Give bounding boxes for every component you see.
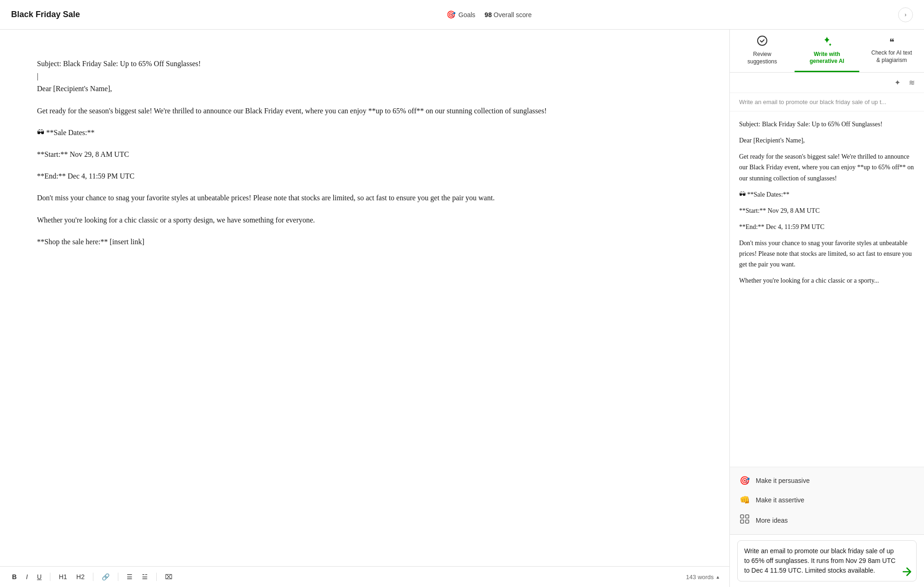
word-count-icon: ▲ [716,575,720,580]
h2-button[interactable]: H2 [73,571,87,582]
goals-icon: 🎯 [447,10,456,19]
ai-input-wrapper: Write an email to promote our black frid… [737,540,917,581]
plagiarism-icon: ❝ [889,37,894,48]
h1-button[interactable]: H1 [56,571,70,582]
editor-toolbar: B I U H1 H2 🔗 ☰ ☱ ⌧ 143 words ▲ [0,566,729,587]
unordered-list-button[interactable]: ☱ [139,571,151,582]
ai-generated-text: Subject: Black Friday Sale: Up to 65% Of… [730,111,924,467]
ai-input-box[interactable]: Write an email to promote our black frid… [737,540,917,581]
suggestion-assertive-icon: 👊 [739,495,750,505]
tab-bar: Reviewsuggestions Write withgenerative A… [730,30,924,73]
svg-rect-3 [740,520,744,523]
toolbar-separator-3 [118,573,118,581]
tab-plagiarism-label: Check for AI text& plagiarism [871,49,912,64]
suggestion-assertive[interactable]: 👊 Make it assertive [730,490,924,510]
tab-write-ai-label: Write withgenerative AI [810,51,844,65]
underline-button[interactable]: U [34,571,44,582]
collapse-icon: › [905,12,906,18]
suggestion-more-ideas-label: More ideas [756,517,788,524]
wave-button[interactable]: ≋ [907,76,917,89]
overall-score: 98 Overall score [484,11,532,19]
editor-salutation: Dear [Recipient's Name], [37,82,692,95]
header-center: 🎯 Goals 98 Overall score [447,10,532,19]
editor-end-date: **End:** Dec 4, 11:59 PM UTC [37,170,692,182]
ai-body2: Don't miss your chance to snag your favo… [739,238,915,270]
collapse-panel-button[interactable]: › [898,7,913,22]
ai-body3: Whether you're looking for a chic classi… [739,275,915,286]
word-count-value: 143 words [686,574,714,581]
svg-point-0 [758,36,767,45]
ai-body1: Get ready for the season's biggest sale!… [739,151,915,183]
suggestion-more-ideas-icon [739,514,750,526]
bold-button[interactable]: B [9,571,19,582]
score-label: Overall score [494,11,532,19]
link-button[interactable]: 🔗 [99,571,112,582]
ai-prompt-preview: Write an email to promote our black frid… [730,93,924,111]
italic-button[interactable]: I [23,571,31,582]
ai-input-area: Write an email to promote our black frid… [730,534,924,587]
tab-review-suggestions[interactable]: Reviewsuggestions [730,30,795,72]
editor-sale-label: 🕶 **Sale Dates:** [37,126,692,139]
editor-body2: Don't miss your chance to snag your favo… [37,192,692,204]
editor-cursor: | [37,72,692,80]
toolbar-separator-1 [50,573,50,581]
word-count: 143 words ▲ [686,574,720,581]
panel-toolbar: ✦ ≋ [730,73,924,93]
suggestion-persuasive-label: Make it persuasive [756,477,810,484]
ordered-list-button[interactable]: ☰ [124,571,135,582]
app-header: Black Friday Sale 🎯 Goals 98 Overall sco… [0,0,924,30]
ai-start-date: **Start:** Nov 29, 8 AM UTC [739,205,915,216]
tab-review-label: Reviewsuggestions [747,51,777,65]
clear-format-button[interactable]: ⌧ [162,571,175,582]
svg-rect-4 [746,520,749,523]
wand-button[interactable]: ✦ [893,76,902,89]
suggestion-more-ideas[interactable]: More ideas [730,510,924,531]
editor-start-date: **Start:** Nov 29, 8 AM UTC [37,148,692,161]
svg-rect-2 [746,515,749,518]
editor-body1: Get ready for the season's biggest sale!… [37,105,692,117]
ai-salutation: Dear [Recipient's Name], [739,135,915,146]
suggestion-persuasive[interactable]: 🎯 Make it persuasive [730,471,924,490]
doc-title: Black Friday Sale [11,10,80,19]
editor-cta: **Shop the sale here:** [insert link] [37,235,692,248]
tab-write-ai[interactable]: Write withgenerative AI [795,30,859,72]
suggestion-assertive-label: Make it assertive [756,496,804,504]
goals-label: Goals [459,11,476,19]
review-icon [757,35,768,49]
editor-subject: Subject: Black Friday Sale: Up to 65% Of… [37,57,692,70]
suggestions-strip: 🎯 Make it persuasive 👊 Make it assertive… [730,467,924,534]
ai-send-button[interactable] [902,567,912,577]
right-panel: Reviewsuggestions Write withgenerative A… [730,30,924,587]
ai-end-date: **End:** Dec 4, 11:59 PM UTC [739,222,915,232]
score-value: 98 [484,11,492,19]
tab-plagiarism[interactable]: ❝ Check for AI text& plagiarism [859,30,924,72]
write-ai-icon [821,36,832,49]
goals-button[interactable]: 🎯 Goals [447,10,476,19]
ai-subject: Subject: Black Friday Sale: Up to 65% Of… [739,119,915,130]
toolbar-separator-2 [93,573,93,581]
ai-sale-header: 🕶 **Sale Dates:** [739,189,915,200]
editor-area: Subject: Black Friday Sale: Up to 65% Of… [0,30,730,587]
toolbar-separator-4 [156,573,157,581]
main-layout: Subject: Black Friday Sale: Up to 65% Of… [0,30,924,587]
editor-content[interactable]: Subject: Black Friday Sale: Up to 65% Of… [0,30,729,566]
ai-panel-content: Write an email to promote our black frid… [730,93,924,534]
suggestion-persuasive-icon: 🎯 [739,476,750,486]
editor-body3: Whether you're looking for a chic classi… [37,214,692,226]
svg-rect-1 [740,515,744,518]
